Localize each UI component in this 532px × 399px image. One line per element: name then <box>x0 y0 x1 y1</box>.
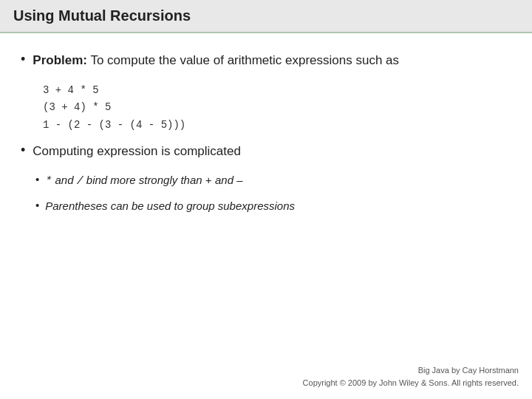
code-block: 3 + 4 * 5 (3 + 4) * 5 1 - (2 - (3 - (4 -… <box>43 82 511 134</box>
bullet-dot-1: • <box>21 52 25 67</box>
sub-bullet-item-1: • * and / bind more strongly than + and … <box>35 172 511 191</box>
sub1-plus: + <box>205 175 212 188</box>
sub1-prefix: * <box>45 175 52 188</box>
footer-line1: Big Java by Cay Horstmann <box>303 364 519 377</box>
footer-line2: Copyright © 2009 by John Wiley & Sons. A… <box>303 377 519 389</box>
footer: Big Java by Cay Horstmann Copyright © 20… <box>303 364 519 389</box>
sub1-slash: / <box>77 175 83 188</box>
slide-title: Using Mutual Recursions <box>13 7 191 24</box>
sub-bullet-text-2: Parentheses can be used to group subexpr… <box>45 198 295 215</box>
bullet2-text: Computing expression is complicated <box>33 144 241 158</box>
sub-bullet-item-2: • Parentheses can be used to group subex… <box>35 198 511 215</box>
title-bar: Using Mutual Recursions <box>0 0 532 33</box>
bullet1-text: To compute the value of arithmetic expre… <box>87 53 399 67</box>
content-area: • Problem: To compute the value of arith… <box>0 33 532 236</box>
code-line-3: 1 - (2 - (3 - (4 - 5))) <box>43 117 511 134</box>
bullet1-label: Problem: <box>33 53 87 67</box>
code-line-2: (3 + 4) * 5 <box>43 99 511 117</box>
sub1-and-slash: and <box>52 174 76 186</box>
sub-bullets: • * and / bind more strongly than + and … <box>35 172 511 214</box>
sub1-bind: bind more strongly than <box>83 174 205 186</box>
bullet-text-1: Problem: To compute the value of arithme… <box>33 51 399 70</box>
code-line-1: 3 + 4 * 5 <box>43 82 511 100</box>
sub1-and-end: and – <box>212 174 243 186</box>
sub-bullet-dot-2: • <box>35 199 39 211</box>
sub-bullet-text-1: * and / bind more strongly than + and – <box>45 172 242 191</box>
slide-container: Using Mutual Recursions • Problem: To co… <box>0 0 532 399</box>
bullet-text-2: Computing expression is complicated <box>33 142 241 161</box>
bullet-item-1: • Problem: To compute the value of arith… <box>21 51 511 70</box>
sub-bullet-dot-1: • <box>35 173 39 185</box>
bullet-item-2: • Computing expression is complicated <box>21 142 511 161</box>
bullet-dot-2: • <box>21 143 25 158</box>
